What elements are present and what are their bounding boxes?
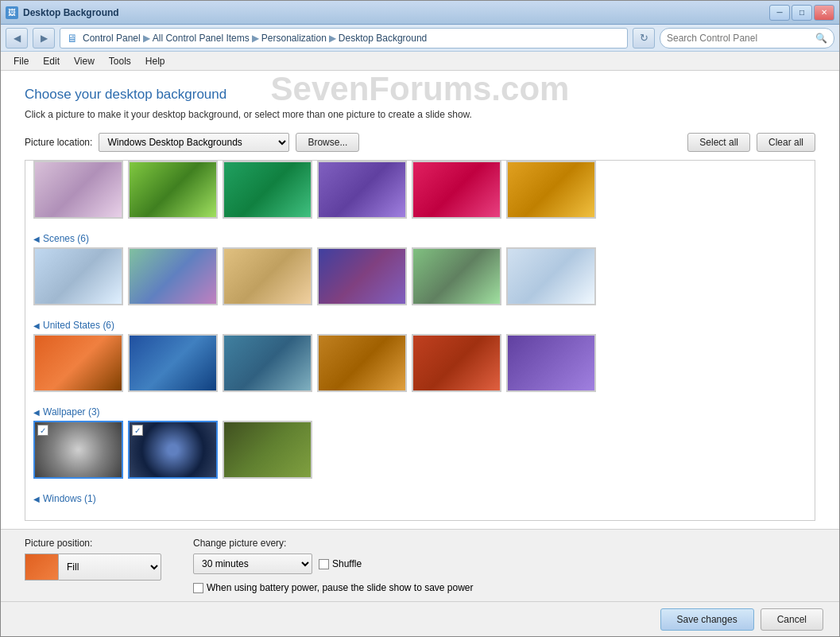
title-bar-left: 🖼 Desktop Background bbox=[6, 6, 119, 19]
path-desktop-bg[interactable]: Desktop Background bbox=[339, 33, 427, 44]
change-label: Change picture every: bbox=[193, 538, 474, 549]
picture-location-label: Picture location: bbox=[25, 137, 92, 148]
title-bar-controls: ─ □ ✕ bbox=[769, 5, 834, 21]
scenes-arrow-icon: ◀ bbox=[33, 235, 40, 243]
main-window: 🖼 Desktop Background ─ □ ✕ ◀ ▶ 🖥 Control… bbox=[0, 0, 840, 637]
position-section: Picture position: Fill bbox=[25, 538, 161, 581]
category-wallpaper-header[interactable]: ◀ Wallpaper (3) bbox=[33, 400, 807, 421]
menu-bar: File Edit View Tools Help bbox=[1, 52, 839, 71]
category-windows: ◀ Windows (1) bbox=[25, 487, 815, 507]
thumb-f4[interactable] bbox=[317, 161, 407, 219]
address-path[interactable]: 🖥 Control Panel ▶ All Control Panel Item… bbox=[60, 28, 628, 49]
us-arrow-icon: ◀ bbox=[33, 321, 40, 330]
battery-check: When using battery power, pause the slid… bbox=[193, 582, 474, 593]
menu-edit[interactable]: Edit bbox=[37, 53, 66, 69]
scroll-area[interactable]: ◀ Scenes (6) ◀ United States (6) bbox=[25, 160, 815, 521]
controls-row: Picture location: Windows Desktop Backgr… bbox=[25, 133, 815, 152]
category-scenes: ◀ Scenes (6) bbox=[25, 227, 815, 313]
menu-help[interactable]: Help bbox=[139, 53, 172, 69]
thumb-u1[interactable] bbox=[33, 334, 123, 392]
thumb-u6[interactable] bbox=[506, 334, 596, 392]
window-title: Desktop Background bbox=[23, 7, 119, 18]
battery-checkbox[interactable] bbox=[193, 583, 203, 593]
category-us: ◀ United States (6) bbox=[25, 313, 815, 400]
close-button[interactable]: ✕ bbox=[814, 5, 834, 21]
position-dropdown[interactable]: Fill bbox=[58, 553, 161, 581]
forward-button[interactable]: ▶ bbox=[33, 28, 55, 49]
save-changes-button[interactable]: Save changes bbox=[660, 608, 754, 631]
maximize-button[interactable]: □ bbox=[792, 5, 812, 21]
path-personalization[interactable]: Personalization bbox=[261, 33, 327, 44]
minimize-button[interactable]: ─ bbox=[769, 5, 790, 21]
page-subtitle: Click a picture to make it your desktop … bbox=[25, 109, 815, 120]
us-label: United States (6) bbox=[43, 320, 114, 331]
path-icon: 🖥 bbox=[67, 32, 78, 45]
main-content: Choose your desktop background Click a p… bbox=[1, 71, 839, 529]
thumbs-grid-us bbox=[33, 334, 807, 400]
path-all-items[interactable]: All Control Panel Items bbox=[153, 33, 250, 44]
thumb-f1[interactable] bbox=[33, 161, 123, 219]
thumb-u4[interactable] bbox=[317, 334, 407, 392]
wallpaper-arrow-icon: ◀ bbox=[33, 408, 40, 417]
wallpaper-label: Wallpaper (3) bbox=[43, 406, 100, 418]
windows-label: Windows (1) bbox=[43, 493, 96, 504]
scenes-label: Scenes (6) bbox=[43, 233, 89, 244]
thumb-u5[interactable] bbox=[412, 334, 501, 392]
select-all-button[interactable]: Select all bbox=[687, 133, 750, 152]
category-us-header[interactable]: ◀ United States (6) bbox=[33, 313, 807, 334]
category-windows-header[interactable]: ◀ Windows (1) bbox=[33, 487, 807, 507]
thumb-s2[interactable] bbox=[128, 247, 218, 305]
menu-tools[interactable]: Tools bbox=[103, 53, 137, 69]
change-dropdown[interactable]: 30 minutes bbox=[193, 553, 312, 574]
thumb-f2[interactable] bbox=[128, 161, 218, 219]
thumb-w1[interactable]: ✓ bbox=[33, 421, 123, 479]
thumbs-grid-flowers bbox=[33, 161, 807, 227]
category-scenes-header[interactable]: ◀ Scenes (6) bbox=[33, 227, 807, 247]
window-icon: 🖼 bbox=[6, 6, 18, 19]
bottom-panel: Picture position: Fill Change picture ev… bbox=[1, 529, 839, 601]
thumb-u2[interactable] bbox=[128, 334, 218, 392]
search-box[interactable]: 🔍 bbox=[660, 28, 834, 49]
thumb-w3[interactable] bbox=[223, 421, 312, 479]
back-button[interactable]: ◀ bbox=[6, 28, 28, 49]
shuffle-checkbox[interactable] bbox=[319, 559, 329, 569]
search-icon: 🔍 bbox=[815, 33, 827, 44]
shuffle-check: Shuffle bbox=[319, 558, 362, 569]
windows-arrow-icon: ◀ bbox=[33, 495, 40, 503]
refresh-button[interactable]: ↻ bbox=[633, 28, 655, 49]
position-label: Picture position: bbox=[25, 538, 161, 549]
thumb-f6[interactable] bbox=[506, 161, 596, 219]
browse-button[interactable]: Browse... bbox=[296, 133, 359, 152]
thumb-f3[interactable] bbox=[223, 161, 312, 219]
thumb-s4[interactable] bbox=[317, 247, 407, 305]
location-dropdown[interactable]: Windows Desktop Backgrounds bbox=[99, 133, 289, 152]
thumb-s1[interactable] bbox=[33, 247, 123, 305]
category-flowers bbox=[25, 161, 815, 227]
clear-all-button[interactable]: Clear all bbox=[757, 133, 815, 152]
category-wallpaper: ◀ Wallpaper (3) ✓ ✓ bbox=[25, 400, 815, 487]
thumb-w2-checkbox[interactable]: ✓ bbox=[132, 425, 143, 436]
position-row: Fill bbox=[25, 553, 161, 581]
thumb-w1-checkbox[interactable]: ✓ bbox=[37, 425, 48, 436]
thumbs-grid-scenes bbox=[33, 247, 807, 313]
address-bar: ◀ ▶ 🖥 Control Panel ▶ All Control Panel … bbox=[1, 25, 839, 52]
thumb-s5[interactable] bbox=[412, 247, 501, 305]
menu-view[interactable]: View bbox=[68, 53, 101, 69]
thumb-f5[interactable] bbox=[412, 161, 501, 219]
thumb-s3[interactable] bbox=[223, 247, 312, 305]
thumb-u3[interactable] bbox=[223, 334, 312, 392]
page-title: Choose your desktop background bbox=[25, 87, 815, 103]
cancel-button[interactable]: Cancel bbox=[761, 608, 823, 631]
footer-bar: Save changes Cancel bbox=[1, 601, 839, 636]
path-control-panel[interactable]: Control Panel bbox=[83, 33, 141, 44]
search-input[interactable] bbox=[667, 33, 812, 44]
shuffle-label: Shuffle bbox=[332, 558, 362, 569]
thumb-s6[interactable] bbox=[506, 247, 596, 305]
menu-file[interactable]: File bbox=[7, 53, 35, 69]
thumb-w2[interactable]: ✓ bbox=[128, 421, 218, 479]
change-row: 30 minutes Shuffle bbox=[193, 553, 474, 574]
position-preview bbox=[25, 553, 58, 581]
battery-label: When using battery power, pause the slid… bbox=[207, 582, 474, 593]
change-section: Change picture every: 30 minutes Shuffle… bbox=[193, 538, 474, 593]
title-bar: 🖼 Desktop Background ─ □ ✕ bbox=[1, 1, 839, 25]
